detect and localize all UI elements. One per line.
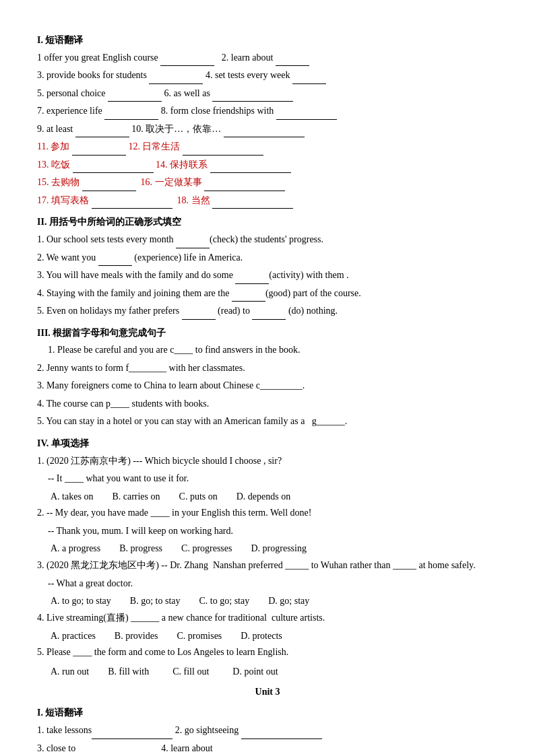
q1-sub: -- It ____ what you want to use it for. [37, 471, 498, 487]
u3-blank-1 [92, 730, 172, 739]
q5-options: A. run outB. fill with C. fill out D. po… [51, 664, 498, 680]
blank-4 [292, 75, 326, 84]
u3-line-2: 3. close to 4. learn about [37, 741, 498, 756]
blank-6 [212, 92, 293, 102]
section4-title: IV. 单项选择 [37, 436, 498, 452]
q5-text: 5. Please ____ the form and come to Los … [37, 644, 498, 661]
u3-blank-4 [215, 747, 296, 756]
u3-line-1: 1. take lessons 2. go sightseeing [37, 722, 498, 739]
line-1: 1 offer you great English course 2. lear… [37, 50, 498, 67]
blank-s2-2 [98, 256, 132, 266]
blank-9 [75, 128, 129, 137]
blank-16 [204, 182, 285, 191]
unit3-section1-title: I. 短语翻译 [37, 705, 498, 721]
q2-options: A. a progressB. progressC. progressesD. … [51, 541, 498, 557]
blank-s2-5 [182, 310, 216, 320]
blank-2 [276, 57, 309, 66]
s2-line-2: 2. We want you (experience) life in Amer… [37, 250, 498, 267]
blank-s2-5b [252, 310, 286, 320]
blank-5 [108, 92, 162, 102]
blank-1 [160, 57, 214, 66]
q3-sub: -- What a great doctor. [37, 576, 498, 592]
line-3: 5. personal choice 6. as well as [37, 85, 498, 102]
blank-10 [224, 128, 305, 137]
q4-options: A. practicesB. providesC. promisesD. pro… [51, 628, 498, 644]
u3-blank-2 [241, 730, 322, 739]
blank-11 [72, 146, 126, 156]
line-4: 7. experience life 8. form close friends… [37, 103, 498, 120]
blank-18 [212, 199, 293, 209]
blank-s2-1 [176, 239, 210, 248]
line-9: 17. 填写表格 18. 当然 [37, 193, 498, 209]
blank-14 [210, 164, 291, 173]
s2-line-5: 5. Even on holidays my father prefers (r… [37, 303, 498, 320]
q3-options: A. to go; to stayB. go; to stayC. to go;… [51, 593, 498, 609]
blank-7 [104, 110, 158, 120]
blank-17 [92, 199, 172, 209]
s3-line-4: 4. The course can p____ students with bo… [37, 396, 498, 413]
line-8: 15. 去购物 16. 一定做某事 [37, 174, 498, 191]
q4-text: 4. Live streaming(直播) ______ a new chanc… [37, 610, 498, 627]
s3-line-1: 1. Please be careful and you are c____ t… [37, 342, 498, 359]
section3-title: III. 根据首字母和句意完成句子 [37, 325, 498, 341]
q2-text: 2. -- My dear, you have made ____ in you… [37, 505, 498, 522]
q1-options: A. takes onB. carries onC. puts onD. dep… [51, 489, 498, 505]
s2-line-1: 1. Our school sets tests every month (ch… [37, 232, 498, 248]
q1-text: 1. (2020 江苏南京中考) --- Which bicycle shoul… [37, 453, 498, 470]
u3-blank-3 [78, 747, 159, 756]
blank-3 [149, 75, 203, 84]
q3-text: 3. (2020 黑龙江龙东地区中考) -- Dr. Zhang Nanshan… [37, 557, 498, 574]
blank-13 [73, 164, 154, 173]
blank-8 [276, 110, 337, 120]
blank-s2-3 [235, 275, 269, 284]
section2-title: II. 用括号中所给词的正确形式填空 [37, 214, 498, 230]
section1-title: I. 短语翻译 [37, 32, 498, 48]
q2-sub: -- Thank you, mum. I will keep on workin… [37, 523, 498, 540]
s3-line-2: 2. Jenny wants to form f________ with he… [37, 360, 498, 377]
blank-s2-4 [232, 292, 265, 302]
line-6: 11. 参加 12. 日常生活 [37, 139, 498, 156]
page-content: I. 短语翻译 1 offer you great English course… [37, 32, 498, 756]
s2-line-4: 4. Staying with the family and joining t… [37, 285, 498, 302]
line-5: 9. at least 10. 取决于…，依靠… [37, 121, 498, 138]
s3-line-5: 5. You can stay in a hotel or you can st… [37, 413, 498, 430]
unit3-title: Unit 3 [37, 684, 498, 700]
line-7: 13. 吃饭 14. 保持联系 [37, 157, 498, 174]
blank-15 [82, 182, 136, 191]
s2-line-3: 3. You will have meals with the family a… [37, 267, 498, 284]
s3-line-3: 3. Many foreigners come to China to lear… [37, 378, 498, 394]
line-2: 3. provide books for students 4. set tes… [37, 67, 498, 84]
blank-12 [183, 146, 263, 156]
